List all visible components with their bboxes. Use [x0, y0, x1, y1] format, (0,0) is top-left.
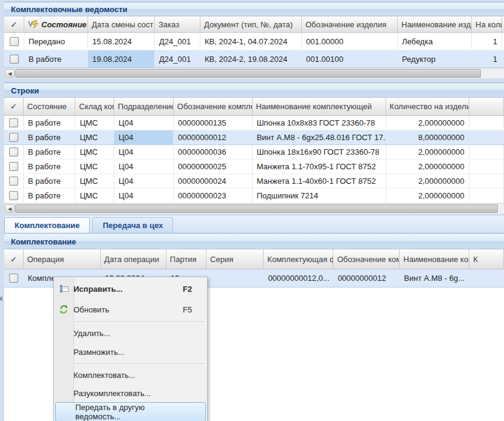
- table-row[interactable]: В работе ЦМС Ц04 00000000025 Манжета 1.1…: [4, 160, 504, 174]
- column-qty[interactable]: На колич: [472, 16, 502, 32]
- menu-item-transfer-to-other-sheet[interactable]: Передать в другую ведомость...: [55, 402, 206, 421]
- column-name[interactable]: Наименование комплектующей: [253, 98, 386, 115]
- menu-item-unkit[interactable]: Разукомплектовать...: [54, 384, 207, 402]
- shortcut-label: F2: [183, 285, 207, 294]
- splitter-collapse-icon[interactable]: ◀: [0, 295, 2, 301]
- tab-transfer-to-shop[interactable]: Передача в цех: [92, 217, 173, 233]
- scrollbar-thumb[interactable]: [15, 69, 481, 78]
- app-window: Комплектовочные ведомости ✓ Состояние Да…: [0, 0, 504, 421]
- sheets-header-row: ✓ Состояние Дата смены сост Заказ Докуме…: [4, 16, 504, 33]
- tab-kitting[interactable]: Комплектование: [4, 217, 90, 233]
- menu-separator: [54, 320, 207, 324]
- column-order[interactable]: Заказ: [155, 16, 200, 32]
- column-series[interactable]: Серия: [206, 249, 264, 269]
- row-checkbox[interactable]: [9, 162, 18, 171]
- column-qty[interactable]: Количество на изделие: [386, 98, 469, 115]
- row-checkbox[interactable]: [9, 118, 18, 127]
- column-component[interactable]: Комплектующая ф: [264, 249, 333, 269]
- bottom-tabstrip: Комплектование Передача в цех: [4, 216, 504, 234]
- column-batch[interactable]: Партия: [166, 249, 206, 269]
- column-state[interactable]: Состояние: [24, 16, 88, 32]
- row-checkbox[interactable]: [9, 147, 18, 157]
- panel-lines: Строки ✓ Состояние Склад комп Подразделе…: [4, 83, 504, 214]
- column-extra[interactable]: К: [469, 249, 504, 269]
- table-row[interactable]: В работе ЦМС Ц04 00000000023 Подшипник 7…: [4, 189, 504, 203]
- column-op-date[interactable]: Дата операции: [101, 249, 166, 269]
- table-row[interactable]: В работе ЦМС Ц04 00000000024 Манжета 1.1…: [4, 174, 504, 189]
- column-article[interactable]: Обозначение комп: [333, 249, 400, 269]
- kitting-header-row: ✓ Операция Дата операции Партия Серия Ко…: [4, 249, 504, 269]
- focused-cell: 19.08.2024: [88, 50, 155, 67]
- row-checkbox[interactable]: [9, 177, 18, 186]
- column-extra[interactable]: [469, 98, 504, 115]
- check-icon: ✓: [11, 20, 18, 29]
- panel-title: Комплектовочные ведомости: [4, 2, 504, 16]
- row-checkbox[interactable]: [10, 55, 19, 64]
- menu-item-duplicate[interactable]: Размножить...: [54, 343, 207, 362]
- row-checkbox[interactable]: [9, 133, 18, 142]
- row-checkbox[interactable]: [9, 274, 18, 283]
- column-check[interactable]: ✓: [4, 98, 24, 115]
- scroll-left-button[interactable]: ◀: [5, 69, 15, 78]
- table-row[interactable]: Передано 15.08.2024 Д24_001 КВ, 2024-1, …: [4, 33, 504, 50]
- menu-separator: [54, 362, 207, 366]
- column-name[interactable]: Наименование ком: [400, 249, 469, 269]
- lines-header-row: ✓ Состояние Склад комп Подразделение- Об…: [4, 98, 504, 116]
- scrollbar-thumb[interactable]: [15, 204, 498, 213]
- menu-item-edit[interactable]: Исправить... F2: [54, 278, 207, 299]
- menu-item-delete[interactable]: Удалить...: [54, 324, 207, 343]
- panel-title: Комплектование: [4, 233, 504, 249]
- shortcut-label: F5: [183, 305, 207, 314]
- scroll-left-button[interactable]: ◀: [5, 204, 15, 213]
- column-check[interactable]: ✓: [4, 249, 24, 269]
- context-menu: Исправить... F2 Обновить F5 Удалить...: [53, 277, 208, 421]
- refresh-icon: [54, 305, 73, 314]
- column-state[interactable]: Состояние: [24, 98, 75, 115]
- column-date[interactable]: Дата смены сост: [88, 16, 155, 32]
- column-document[interactable]: Документ (тип, №, дата): [200, 16, 302, 32]
- table-row-selected[interactable]: В работе ЦМС Ц04 00000000012 Винт А.М8 -…: [4, 130, 504, 145]
- edit-icon: [54, 284, 73, 294]
- table-row-selected[interactable]: В работе 19.08.2024 Д24_001 КВ, 2024-2, …: [4, 50, 504, 68]
- table-row[interactable]: В работе ЦМС Ц04 00000000135 Шпонка 10x8…: [4, 116, 504, 130]
- column-name[interactable]: Наименование изд: [398, 16, 472, 32]
- check-icon: ✓: [10, 255, 17, 264]
- check-icon: ✓: [10, 102, 17, 111]
- panel-picking-sheets: Комплектовочные ведомости ✓ Состояние Да…: [4, 2, 504, 78]
- menu-item-refresh[interactable]: Обновить F5: [54, 299, 207, 320]
- column-article[interactable]: Обозначение компле: [174, 98, 253, 115]
- column-check[interactable]: ✓: [4, 16, 24, 32]
- table-row[interactable]: В работе ЦМС Ц04 00000000036 Шпонка 18x1…: [4, 145, 504, 160]
- horizontal-scrollbar: ◀: [4, 203, 504, 214]
- state-lightning-icon: [28, 20, 39, 29]
- panel-title: Строки: [4, 83, 504, 98]
- column-operation[interactable]: Операция: [24, 249, 101, 269]
- focused-cell: Ц04: [114, 130, 174, 144]
- row-checkbox[interactable]: [9, 191, 18, 200]
- column-dept[interactable]: Подразделение-: [114, 98, 174, 115]
- row-checkbox[interactable]: [10, 37, 19, 46]
- column-store[interactable]: Склад комп: [75, 98, 114, 115]
- menu-item-kit[interactable]: Комплектовать...: [54, 366, 207, 384]
- horizontal-scrollbar: ◀: [4, 68, 504, 78]
- column-article[interactable]: Обозначение изделия: [302, 16, 398, 32]
